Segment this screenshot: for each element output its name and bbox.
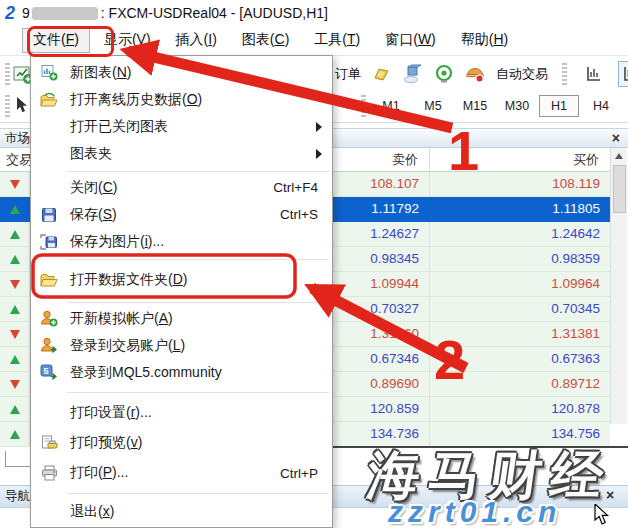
buy-price: 0.70345	[430, 297, 610, 321]
arrow-up-icon	[10, 230, 20, 239]
window-title: : FXCM-USDReal04 - [AUDUSD,H1]	[101, 5, 328, 21]
new-order-button[interactable]: 订单	[335, 65, 361, 83]
autotrading-button[interactable]: 自动交易	[496, 65, 548, 83]
buy-price: 1.11805	[430, 197, 610, 221]
file-menu-item[interactable]: 打开数据文件夹(D)	[31, 262, 332, 298]
toolbar-grip[interactable]	[5, 95, 10, 117]
trend-arrow-cell	[0, 322, 30, 346]
trend-arrow-cell	[0, 372, 30, 396]
menu-separator	[31, 386, 332, 398]
sell-price: 1.31360	[333, 322, 430, 346]
file-menu-item[interactable]: 打印预览(v)	[31, 428, 332, 458]
file-menu-item[interactable]: 打开离线历史数据(O)	[31, 86, 332, 113]
file-menu-item[interactable]: 5 登录到MQL5.community	[31, 359, 332, 386]
signals-icon[interactable]	[434, 64, 454, 84]
scrollbar-thumb[interactable]	[613, 165, 626, 213]
buy-price: 108.119	[430, 172, 610, 196]
file-menu-item[interactable]: 关闭(C) Ctrl+F4	[31, 174, 332, 201]
file-menu-item[interactable]: 保存(S) Ctrl+S	[31, 201, 332, 228]
file-menu-item[interactable]: 图表夹	[31, 140, 332, 167]
title-bar: 2 9 : FXCM-USDReal04 - [AUDUSD,H1]	[0, 0, 628, 26]
menu-shortcut: Ctrl+F4	[273, 180, 322, 195]
arrow-up-icon	[10, 405, 20, 414]
timeframe-button-m30[interactable]: M30	[497, 95, 537, 117]
menu-icon-placeholder	[37, 502, 61, 522]
trend-arrow-cell	[0, 397, 30, 421]
candlestick-mode-icon[interactable]	[618, 61, 628, 87]
close-icon[interactable]: ×	[606, 487, 614, 503]
menu-shortcut: Ctrl+P	[280, 466, 322, 481]
toolbar-grip[interactable]	[562, 63, 567, 85]
menubar-item-2[interactable]: 插入(I)	[165, 28, 228, 53]
buy-price: 0.89712	[430, 372, 610, 396]
buy-column-header[interactable]: 买价	[430, 148, 610, 171]
profiles-icon[interactable]	[372, 64, 392, 84]
timeframe-button-m15[interactable]: M15	[455, 95, 495, 117]
buy-price: 1.09964	[430, 272, 610, 296]
menubar-item-0[interactable]: 文件(F)	[22, 28, 90, 53]
menu-separator	[31, 167, 332, 174]
sell-column-header[interactable]: 卖价	[333, 148, 430, 171]
trend-arrow-cell	[0, 297, 30, 321]
buy-price: 120.878	[430, 397, 610, 421]
sell-price: 0.89690	[333, 372, 430, 396]
toolbar-grip[interactable]	[361, 95, 366, 117]
mt4-window: 2 9 : FXCM-USDReal04 - [AUDUSD,H1] 文件(F)…	[0, 0, 628, 528]
market-shop-icon[interactable]	[465, 64, 485, 84]
menu-separator	[31, 255, 332, 262]
sell-price: 1.24627	[333, 222, 430, 246]
file-menu-item[interactable]: 打印设置(r)...	[31, 398, 332, 428]
market-cube-icon[interactable]	[403, 64, 423, 84]
arrow-down-icon	[10, 330, 20, 339]
timeframe-button-h1[interactable]: H1	[539, 95, 579, 117]
sell-price: 0.98345	[333, 247, 430, 271]
file-menu-item[interactable]: 登录到交易账户(L)	[31, 332, 332, 359]
file-menu-item[interactable]: 打开已关闭图表	[31, 113, 332, 140]
trend-arrow-cell	[0, 247, 30, 271]
print-preview-icon	[37, 433, 61, 453]
close-icon[interactable]: ×	[612, 131, 620, 145]
open-offline-icon	[37, 90, 61, 110]
blurred-account-box	[32, 7, 98, 20]
menubar-item-5[interactable]: 窗口(W)	[374, 28, 447, 53]
scrollbar[interactable]	[610, 148, 627, 424]
file-menu-item[interactable]: 打印(P)... Ctrl+P	[31, 458, 332, 488]
save-image-icon	[37, 232, 61, 252]
sell-price: 1.09944	[333, 272, 430, 296]
buy-price: 0.98359	[430, 247, 610, 271]
chevron-down-icon[interactable]	[342, 103, 352, 109]
trend-arrow-cell	[0, 222, 30, 246]
timeframe-button-m1[interactable]: M1	[371, 95, 411, 117]
menubar-item-3[interactable]: 图表(C)	[231, 28, 300, 53]
timeframe-button-d1[interactable]: D1	[623, 95, 628, 117]
mql5-icon: 5	[37, 363, 61, 383]
timeframe-button-h4[interactable]: H4	[581, 95, 621, 117]
arrow-up-icon	[10, 255, 20, 264]
menu-icon-placeholder	[37, 117, 61, 137]
buy-price: 1.24642	[430, 222, 610, 246]
trend-arrow-cell	[0, 272, 30, 296]
file-menu-item[interactable]: 新图表(N)	[31, 59, 332, 86]
sell-price: 1.11792	[333, 197, 430, 221]
market-watch-tab-sliver[interactable]	[5, 451, 31, 467]
sell-price: 120.859	[333, 397, 430, 421]
scroll-up-icon[interactable]	[611, 148, 627, 164]
file-menu-item[interactable]: 退出(x)	[31, 498, 332, 525]
trend-arrow-cell	[0, 347, 30, 371]
trend-arrow-cell	[0, 422, 30, 446]
login-account-icon	[37, 336, 61, 356]
toolbar-grip[interactable]	[5, 63, 10, 85]
market-watch-title: 市场	[0, 130, 32, 147]
file-menu-item[interactable]: 开新模拟帐户(A)	[31, 305, 332, 332]
account-number: 9	[22, 5, 30, 21]
arrow-down-icon	[10, 380, 20, 389]
menubar-item-6[interactable]: 帮助(H)	[450, 28, 519, 53]
submenu-arrow-icon	[316, 122, 322, 132]
arrow-up-icon	[10, 205, 20, 214]
timeframe-button-m5[interactable]: M5	[413, 95, 453, 117]
arrow-up-icon	[10, 430, 20, 439]
bar-chart-mode-icon[interactable]	[581, 61, 607, 87]
menubar-item-4[interactable]: 工具(T)	[303, 28, 371, 53]
menubar-item-1[interactable]: 显示(V)	[93, 28, 162, 53]
file-menu-item[interactable]: 保存为图片(i)...	[31, 228, 332, 255]
